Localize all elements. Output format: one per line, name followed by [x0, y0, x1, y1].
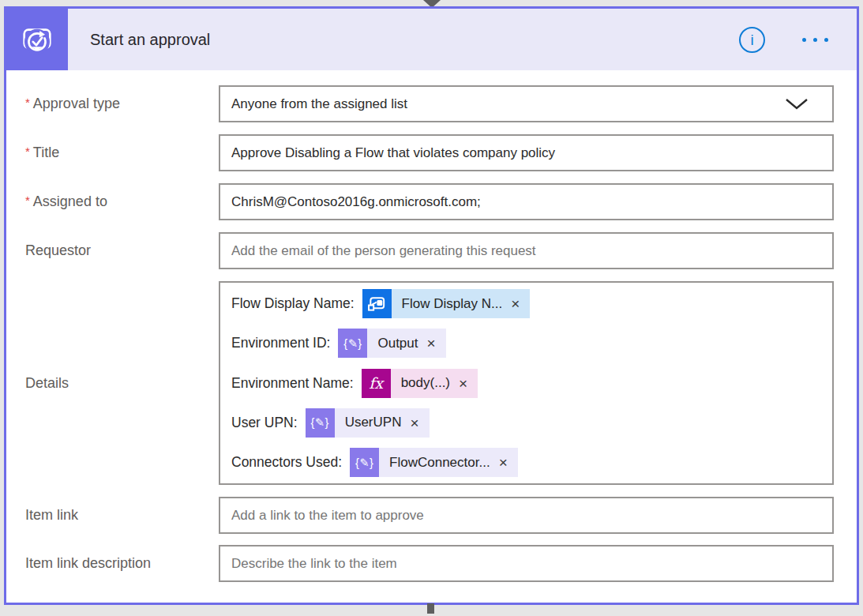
item-link-input[interactable]	[219, 497, 834, 534]
flow-designer-canvas: { "card": { "title": "Start an approval"…	[0, 0, 863, 616]
dynamic-content-token[interactable]: {✎} Output ×	[338, 329, 445, 358]
details-row: Environment ID: {✎} Output ×	[231, 329, 821, 358]
details-richtext-editor[interactable]: Flow Display Name: Flow Display N...	[219, 281, 834, 485]
details-row: Connectors Used: {✎} FlowConnector... ×	[231, 448, 821, 477]
form-row-details: Details Flow Display Name:	[19, 281, 834, 485]
form-row-item-link: Item link	[19, 497, 834, 534]
form-row-approval-type: * Approval type Anyone from the assigned…	[19, 85, 834, 122]
title-input[interactable]	[219, 134, 834, 171]
info-icon: i	[750, 32, 753, 47]
info-button[interactable]: i	[739, 27, 765, 53]
field-label: Details	[19, 375, 219, 392]
approvals-icon-tile	[6, 9, 68, 70]
card-header[interactable]: Start an approval i	[6, 9, 857, 70]
field-label: Item link	[19, 507, 219, 524]
ellipsis-icon	[802, 38, 806, 42]
approvals-icon	[19, 21, 55, 58]
item-link-description-input[interactable]	[219, 545, 834, 582]
dynamic-content-token[interactable]: Flow Display N... ×	[362, 289, 531, 318]
form-row-assigned-to: * Assigned to	[19, 183, 834, 220]
details-row: User UPN: {✎} UserUPN ×	[231, 408, 821, 438]
start-an-approval-action-card: Start an approval i * Approval type Anyo…	[4, 6, 859, 605]
required-mark: *	[25, 96, 30, 109]
remove-token-icon[interactable]: ×	[459, 376, 467, 391]
remove-token-icon[interactable]: ×	[511, 296, 520, 311]
field-label: Item link description	[19, 555, 219, 572]
form-row-title: * Title	[19, 134, 834, 171]
field-label: * Title	[19, 145, 219, 161]
card-title: Start an approval	[90, 31, 739, 49]
details-row: Flow Display Name: Flow Display N...	[231, 289, 821, 318]
field-label: * Approval type	[19, 96, 219, 112]
expression-fx-icon: fx	[362, 369, 391, 398]
dynamic-content-token[interactable]: {✎} FlowConnector... ×	[350, 448, 518, 477]
required-mark: *	[25, 193, 30, 207]
chevron-down-icon	[785, 98, 809, 110]
assigned-to-input[interactable]	[219, 183, 834, 220]
remove-token-icon[interactable]: ×	[410, 415, 418, 430]
details-row: Environment Name: fx body(...) ×	[231, 369, 821, 398]
compose-braces-icon: {✎}	[350, 448, 379, 477]
compose-braces-icon: {✎}	[306, 408, 335, 438]
required-mark: *	[25, 145, 30, 158]
form-row-requestor: Requestor	[19, 232, 834, 269]
compose-braces-icon: {✎}	[338, 329, 367, 358]
parameters-form: * Approval type Anyone from the assigned…	[6, 70, 857, 582]
field-label: Requestor	[19, 242, 219, 259]
remove-token-icon[interactable]: ×	[499, 455, 508, 470]
more-options-button[interactable]	[802, 38, 828, 42]
form-row-item-link-description: Item link description	[19, 545, 834, 582]
requestor-input[interactable]	[219, 232, 834, 269]
approval-type-dropdown[interactable]: Anyone from the assigned list	[219, 85, 834, 122]
dropdown-selected-value: Anyone from the assigned list	[231, 96, 407, 112]
flow-connector-stub	[427, 603, 434, 614]
field-label: * Assigned to	[19, 193, 219, 210]
expression-token[interactable]: fx body(...) ×	[362, 369, 478, 398]
power-automate-flow-icon	[362, 289, 392, 318]
dynamic-content-token[interactable]: {✎} UserUPN ×	[306, 408, 430, 438]
remove-token-icon[interactable]: ×	[427, 336, 436, 351]
